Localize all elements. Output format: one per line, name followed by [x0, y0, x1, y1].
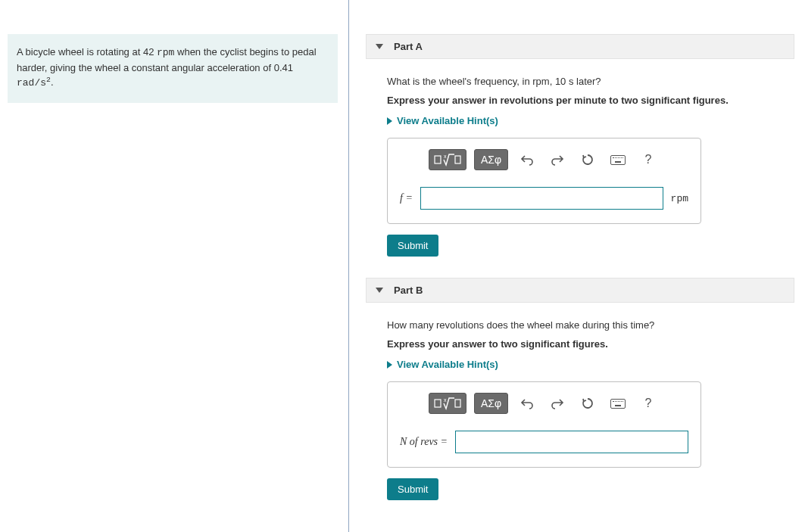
math-template-button[interactable]: x: [429, 393, 466, 414]
keyboard-icon[interactable]: [607, 150, 629, 170]
chevron-down-icon: [376, 288, 383, 293]
help-icon[interactable]: ?: [637, 394, 660, 413]
part-b: Part B How many revolutions does the whe…: [366, 278, 794, 500]
part-a: Part A What is the wheel's frequency, in…: [366, 34, 794, 257]
part-header-b[interactable]: Part B: [366, 278, 794, 303]
answer-toolbar: x ΑΣφ: [397, 393, 691, 414]
help-icon[interactable]: ?: [637, 150, 660, 170]
unit-label: rpm: [671, 193, 688, 204]
keyboard-icon[interactable]: [607, 394, 629, 413]
reset-icon[interactable]: [576, 150, 599, 170]
svg-rect-2: [455, 156, 460, 163]
greek-symbols-button[interactable]: ΑΣφ: [474, 393, 508, 414]
answer-box: x ΑΣφ: [387, 138, 701, 224]
redo-icon[interactable]: [546, 394, 569, 413]
submit-button[interactable]: Submit: [387, 235, 438, 257]
part-title: Part B: [394, 285, 423, 296]
variable-label: N of revs =: [400, 436, 448, 448]
greek-symbols-button[interactable]: ΑΣφ: [474, 149, 508, 170]
view-hints-link[interactable]: View Available Hint(s): [387, 359, 794, 370]
redo-icon[interactable]: [546, 150, 569, 170]
chevron-down-icon: [376, 44, 383, 49]
unit-rads2: rad/s2: [17, 77, 51, 89]
triangle-right-icon: [387, 117, 392, 125]
answer-box: x ΑΣφ: [387, 381, 701, 468]
undo-icon[interactable]: [516, 150, 538, 170]
svg-rect-0: [435, 156, 441, 163]
answer-input[interactable]: [420, 187, 663, 210]
part-title: Part A: [394, 41, 423, 52]
triangle-right-icon: [387, 361, 392, 369]
part-header-a[interactable]: Part A: [366, 34, 794, 59]
view-hints-link[interactable]: View Available Hint(s): [387, 115, 794, 126]
unit-rpm: rpm: [157, 47, 174, 58]
undo-icon[interactable]: [516, 394, 538, 413]
instruction-text: Express your answer to two significant f…: [387, 338, 794, 350]
question-text: How many revolutions does the wheel make…: [387, 319, 794, 331]
svg-text:x: x: [444, 154, 447, 159]
question-text: What is the wheel's frequency, in rpm, 1…: [387, 76, 794, 87]
svg-rect-5: [455, 400, 460, 407]
svg-rect-3: [435, 400, 441, 407]
math-template-button[interactable]: x: [429, 149, 466, 170]
variable-label: f =: [400, 192, 413, 204]
problem-statement: A bicycle wheel is rotating at 42 rpm wh…: [8, 34, 338, 103]
problem-text: A bicycle wheel is rotating at 42: [17, 46, 157, 58]
svg-text:x: x: [444, 397, 447, 403]
reset-icon[interactable]: [576, 394, 599, 413]
submit-button[interactable]: Submit: [387, 478, 438, 500]
hints-label: View Available Hint(s): [397, 359, 498, 370]
answer-toolbar: x ΑΣφ: [397, 149, 691, 170]
instruction-text: Express your answer in revolutions per m…: [387, 95, 794, 106]
hints-label: View Available Hint(s): [397, 115, 498, 126]
answer-input[interactable]: [455, 431, 688, 453]
problem-text: .: [51, 76, 54, 88]
